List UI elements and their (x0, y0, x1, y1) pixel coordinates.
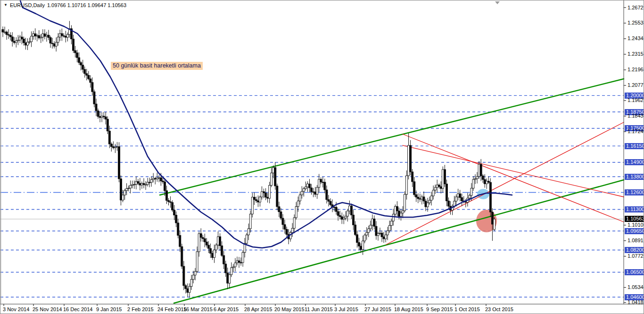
candle-body (427, 203, 429, 207)
ma50-line[interactable] (20, 0, 512, 248)
candle-body (168, 200, 170, 202)
candle-body (156, 178, 158, 179)
candle-body (309, 184, 311, 187)
candle-body (120, 179, 122, 200)
candle-body (105, 117, 107, 119)
candle-body (213, 250, 215, 257)
candle-body (471, 188, 472, 195)
candle-body (299, 195, 301, 201)
candle-body (480, 164, 482, 176)
candle-body (306, 184, 308, 187)
price-tick-label: 1.18430 (627, 113, 644, 119)
candle-body (324, 182, 326, 190)
candle-body (143, 183, 145, 185)
candle-body (57, 37, 59, 42)
candle-body (44, 34, 46, 36)
date-label: 16 Dec 2014 (63, 306, 92, 312)
candle-body (177, 223, 179, 235)
candle-body (48, 35, 50, 37)
date-label: 3 Nov 2014 (3, 306, 29, 312)
candle-body (489, 182, 491, 212)
price-chart-canvas[interactable] (0, 0, 644, 314)
resistance-red-steep[interactable] (403, 134, 624, 222)
candle-body (236, 261, 238, 263)
candle-body (93, 92, 95, 104)
candle-body (314, 192, 316, 194)
channel-upper-green[interactable] (160, 79, 624, 195)
candle-body (181, 246, 183, 266)
candle-body (232, 267, 234, 268)
candle-body (240, 263, 242, 263)
candle-body (282, 218, 284, 225)
channel-lower-green[interactable] (174, 180, 624, 303)
candle-body (91, 83, 93, 92)
candle-body (11, 37, 13, 42)
candle-body (398, 211, 400, 216)
candle-body (82, 65, 84, 69)
chart-window: ▼ EURUSD,Daily 1.09766 1.10716 1.09647 1… (0, 0, 644, 314)
candle-body (84, 69, 86, 74)
date-label: 6 Apr 2015 (214, 306, 239, 312)
candle-body (455, 197, 457, 201)
candle-body (219, 237, 221, 246)
candle-body (204, 238, 206, 242)
candle-body (356, 235, 358, 243)
candle-body (242, 253, 244, 263)
candle-body (404, 195, 406, 211)
candle-body (36, 35, 38, 36)
price-level-label: 1.16150 (625, 143, 644, 149)
symbol-period-label: EURUSD,Daily (10, 2, 45, 8)
price-tick-label: 1.21965 (627, 67, 644, 73)
candle-body (383, 237, 385, 239)
candle-body (311, 188, 313, 192)
collapse-triangle-icon[interactable]: ▼ (4, 3, 8, 8)
price-tick-label: 1.25535 (627, 20, 644, 26)
candle-body (385, 235, 387, 238)
date-label: 16 Mar 2015 (183, 306, 213, 312)
date-label: 9 Jan 2015 (96, 306, 122, 312)
candle-body (110, 144, 112, 146)
candle-body (362, 241, 364, 249)
candle-body (215, 245, 217, 250)
candle-body (101, 116, 103, 118)
candle-body (27, 42, 29, 45)
candle-body (72, 39, 74, 51)
ma50-text-annotation[interactable]: 50 günlük basit hareketli ortalama (111, 62, 203, 70)
candle-body (301, 191, 303, 195)
candle-body (364, 235, 366, 241)
price-tick-label: 1.23155 (627, 51, 644, 57)
support-red-rising[interactable] (386, 122, 624, 245)
candle-body (95, 104, 97, 111)
candle-body (251, 197, 253, 214)
candle-body (305, 187, 306, 189)
candle-body (61, 34, 63, 36)
candle-body (333, 207, 335, 208)
candle-body (249, 214, 251, 229)
candle-body (42, 34, 44, 37)
candle-body (350, 206, 352, 215)
chart-shift-marker-icon[interactable] (495, 1, 500, 4)
candle-body (316, 187, 318, 195)
candle-body (2, 29, 4, 32)
candle-body (107, 119, 108, 131)
candle-body (493, 219, 495, 229)
candle-body (400, 213, 402, 216)
price-tick-label: 1.24345 (627, 35, 644, 42)
candle-body (128, 188, 130, 188)
date-label: 23 Oct 2015 (485, 306, 513, 312)
candle-body (303, 188, 305, 191)
candle-body (17, 40, 19, 41)
candle-body (368, 229, 370, 233)
date-label: 24 Feb 2015 (157, 306, 187, 312)
candle-body (396, 206, 398, 211)
candle-body (165, 191, 167, 201)
candle-body (375, 226, 377, 236)
candle-body (276, 186, 278, 207)
candle-body (231, 268, 232, 275)
candle-body (387, 231, 388, 235)
candlestick-series[interactable] (2, 21, 495, 297)
candle-body (444, 170, 446, 184)
candle-body (179, 235, 181, 246)
price-level-label: 1.11300 (625, 206, 644, 212)
candle-body (366, 232, 368, 235)
